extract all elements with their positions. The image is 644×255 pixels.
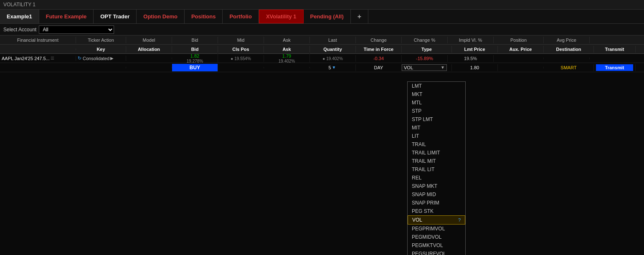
dropdown-item-stp-lmt[interactable]: STP LMT [408, 115, 465, 124]
instrument-cell: AAPL Jan24'25 247.5... ☰ [0, 56, 76, 61]
bid-value: 1.82 19.278% [172, 53, 218, 64]
account-row: Select Account All [0, 24, 644, 35]
order-tif-cell: DAY [356, 64, 402, 71]
header-model: Model [126, 37, 172, 43]
order-alloc-cell [126, 67, 172, 68]
consolidated-text: Consolidated [83, 56, 109, 61]
dropdown-item-mtl[interactable]: MTL [408, 98, 465, 107]
header-bid: Bid [172, 37, 218, 43]
header-mid: Mid [218, 37, 264, 43]
tab-future-example[interactable]: Future Example [39, 10, 94, 23]
change-pct-value: -15.89% [402, 55, 448, 62]
header-time-in-force: Time in Force [356, 46, 402, 53]
type-dropdown-arrow-icon: ▼ [441, 65, 445, 70]
order-key-cell [76, 67, 126, 68]
tab-option-demo[interactable]: Option Demo [137, 10, 185, 23]
column-headers-row1: Financial Instrument Ticker Action Model… [0, 35, 644, 45]
quantity-value: 5 [328, 65, 331, 70]
buy-button[interactable]: BUY [172, 64, 218, 71]
instrument-row: AAPL Jan24'25 247.5... ☰ ↻ Consolidated … [0, 54, 644, 63]
consolidated-cell: ↻ Consolidated ▶ [76, 56, 126, 61]
tab-opt-trader[interactable]: OPT Trader [94, 10, 137, 23]
header-impld-vl: Impld Vl. % [448, 37, 494, 43]
dropdown-item-lit[interactable]: LIT [408, 132, 465, 140]
title-bar: VOLATILITY 1 [0, 0, 644, 10]
dropdown-item-pegsurfvol[interactable]: PEGSURFVOL [408, 250, 465, 255]
dropdown-item-rel[interactable]: REL [408, 174, 465, 182]
transmit-button[interactable]: Transmit [596, 64, 633, 71]
dropdown-item-lmt[interactable]: LMT [408, 82, 465, 90]
account-label: Select Account [3, 27, 36, 33]
dropdown-item-stp[interactable]: STP [408, 107, 465, 115]
header-position: Position [494, 37, 544, 43]
order-destination-cell: SMART [544, 64, 594, 71]
header-change: Change [356, 37, 402, 43]
tab-pending-all[interactable]: Pending (All) [304, 10, 351, 23]
ask-value: 1.79 19.402% [264, 53, 310, 64]
header-ask2: Ask [264, 46, 310, 53]
header-fi2 [0, 48, 76, 50]
main-content: Financial Instrument Ticker Action Model… [0, 35, 644, 72]
tab-example1[interactable]: Example1 [0, 10, 39, 23]
header-transmit: Transmit [594, 46, 636, 53]
dropdown-item-pegprimvol[interactable]: PEGPRIMVOL [408, 225, 465, 233]
dropdown-item-mkt[interactable]: MKT [408, 90, 465, 98]
position-value [494, 58, 544, 59]
order-lmt-price-cell: 1.80 [452, 64, 498, 71]
account-select[interactable]: All [39, 25, 114, 34]
header-destination: Destination [544, 46, 594, 53]
header-change-pct: Change % [402, 37, 448, 43]
allocation-cell [126, 58, 172, 59]
dropdown-item-peg-stk[interactable]: PEG STK [408, 207, 465, 215]
dropdown-item-trail[interactable]: TRAIL [408, 140, 465, 149]
dropdown-item-snap-mkt[interactable]: SNAP MKT [408, 182, 465, 190]
refresh-icon[interactable]: ↻ [78, 56, 81, 61]
type-value: VOL [404, 65, 413, 70]
column-headers-row2: Key Allocation Bid Cls Pos Ask Quantity … [0, 45, 644, 54]
header-avg-price: Avg Price [544, 37, 590, 43]
tab-bar: Example1 Future Example OPT Trader Optio… [0, 10, 644, 24]
header-bid2: Bid [172, 46, 218, 53]
order-aux-price-cell [498, 67, 544, 68]
last-value: ● 19.402% [310, 55, 356, 62]
order-action-cell[interactable]: BUY [172, 64, 218, 71]
header-lmt-price: Lmt Price [452, 46, 498, 53]
tab-portfolio[interactable]: Portfolio [223, 10, 259, 23]
order-type-cell[interactable]: VOL ▼ [402, 64, 452, 71]
title-text: VOLATILITY 1 [3, 2, 35, 8]
order-transmit-cell[interactable]: Transmit [594, 64, 636, 71]
order-quantity-cell: 5 ▼ [310, 64, 356, 71]
tab-positions[interactable]: Positions [185, 10, 223, 23]
dropdown-item-trail-lit[interactable]: TRAIL LIT [408, 165, 465, 174]
type-dropdown-overlay: LMT MKT MTL STP STP LMT MIT LIT TRAIL TR… [407, 81, 466, 255]
avg-price-value [544, 58, 590, 59]
impld-value: 19.5% [448, 55, 494, 62]
dropdown-item-mit[interactable]: MIT [408, 124, 465, 132]
header-key: Key [76, 46, 126, 53]
consolidated-arrow-icon[interactable]: ▶ [110, 56, 114, 61]
dropdown-item-snap-mid[interactable]: SNAP MID [408, 190, 465, 199]
dropdown-item-pegmidvol[interactable]: PEGMIDVOL [408, 233, 465, 241]
dropdown-item-trail-limit[interactable]: TRAIL LIMIT [408, 149, 465, 157]
header-financial-instrument: Financial Instrument [0, 37, 76, 43]
order-clspos-cell [218, 67, 264, 68]
instrument-name: AAPL Jan24'25 247.5... [2, 56, 50, 61]
header-cls-pos: Cls Pos [218, 46, 264, 53]
tab-add[interactable]: + [351, 10, 368, 23]
header-last: Last [310, 37, 356, 43]
type-dropdown[interactable]: VOL ▼ [402, 64, 447, 71]
order-row: BUY 5 ▼ DAY VOL ▼ 1.80 SMART Transmit [0, 63, 644, 72]
menu-icon[interactable]: ☰ [51, 56, 54, 61]
help-icon: ? [458, 217, 461, 222]
dropdown-item-trail-mit[interactable]: TRAIL MIT [408, 157, 465, 165]
quantity-down-icon[interactable]: ▼ [332, 65, 336, 70]
dropdown-item-snap-prim[interactable]: SNAP PRIM [408, 199, 465, 207]
mid-value: ● 19.554% [218, 55, 264, 62]
dropdown-item-pegmktvol[interactable]: PEGMKTVOL [408, 241, 465, 250]
header-quantity: Quantity [310, 46, 356, 53]
dropdown-item-vol-selected[interactable]: VOL ? [408, 215, 465, 225]
tab-volatility-1[interactable]: XVolatility 1 [259, 10, 304, 23]
header-ask: Ask [264, 37, 310, 43]
header-ticker-action: Ticker Action [76, 37, 126, 43]
header-allocation: Allocation [126, 46, 172, 53]
